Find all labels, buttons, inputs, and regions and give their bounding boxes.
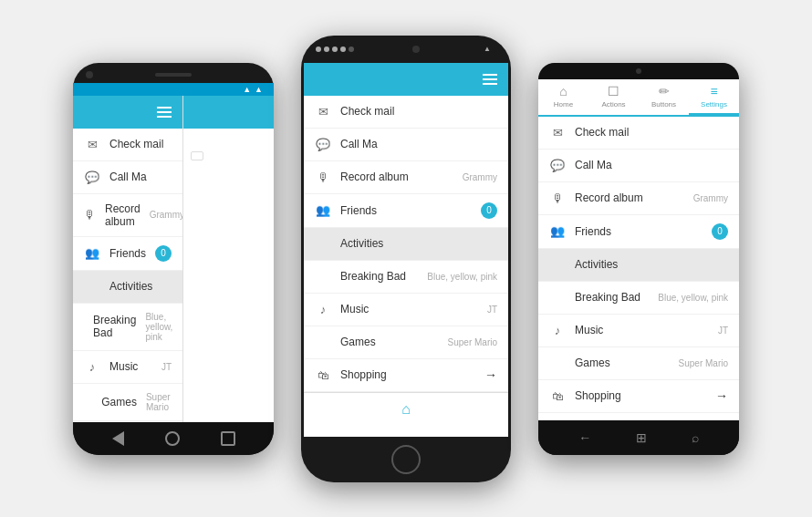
win-nav-label-home: Home — [554, 100, 573, 109]
menu-item-music[interactable]: ♪MusicJT — [304, 294, 508, 326]
item-label-friends: Friends — [340, 204, 472, 217]
menu-item-call-ma[interactable]: 💬Call Ma — [73, 161, 182, 194]
ios-bottom-strip — [301, 437, 511, 482]
item-sub-games: Super Mario — [679, 358, 728, 368]
arrow-shopping: → — [715, 388, 728, 403]
menu-item-breaking-bad[interactable]: Breaking BadBlue, yellow, pink — [304, 261, 508, 294]
menu-item-activities[interactable]: Activities — [538, 249, 739, 282]
win-search-button[interactable]: ⌕ — [692, 430, 699, 445]
item-label-activities: Activities — [340, 237, 497, 250]
menu-item-activities[interactable]: Activities — [304, 228, 508, 261]
item-label-music: Music — [340, 303, 478, 315]
menu-item-music[interactable]: ♪MusicJT — [538, 315, 739, 347]
item-label-games: Games — [575, 357, 670, 369]
bag-icon: 🛍 — [315, 368, 331, 382]
item-label-music: Music — [575, 324, 709, 336]
ios-wifi-icon: ▲ — [484, 45, 491, 53]
ios-screen: ✉Check mail💬Call Ma🎙Record albumGrammy👥F… — [304, 63, 508, 437]
badge-friends: 0 — [712, 223, 728, 240]
mail-icon: ✉ — [84, 138, 100, 151]
win-nav-actions[interactable]: ☐Actions — [588, 79, 639, 115]
menu-item-call-ma[interactable]: 💬Call Ma — [304, 129, 508, 161]
ios-status-right: ▲ — [478, 45, 496, 53]
menu-item-friends[interactable]: 👥Friends0 — [73, 237, 182, 271]
win-nav-settings[interactable]: ≡Settings — [689, 79, 739, 115]
win-nav-home[interactable]: ⌂Home — [538, 79, 588, 115]
menu-item-activities[interactable]: Activities — [73, 271, 182, 304]
menu-item-shopping[interactable]: 🛍Shopping→ — [304, 359, 508, 392]
mic-icon: 🎙 — [84, 208, 96, 222]
item-label-record-album: Record album — [340, 171, 453, 183]
win-nav-buttons[interactable]: ✏Buttons — [639, 79, 689, 115]
mic-icon: 🎙 — [315, 171, 331, 184]
item-label-music: Music — [109, 360, 152, 373]
ios-dot-5 — [349, 47, 354, 52]
item-label-friends: Friends — [109, 247, 146, 260]
menu-item-check-mail[interactable]: ✉Check mail — [538, 117, 739, 150]
music-icon: ♪ — [84, 360, 100, 374]
menu-item-check-mail[interactable]: ✉Check mail — [304, 96, 508, 129]
ios-dot-2 — [324, 47, 329, 52]
item-sub-breaking-bad: Blue, yellow, pink — [658, 293, 728, 303]
android-scroll-button[interactable] — [191, 151, 203, 160]
mail-icon: ✉ — [315, 105, 331, 119]
item-label-call-ma: Call Ma — [340, 138, 497, 150]
win-nav-icon-buttons: ✏ — [659, 84, 670, 98]
chat-icon: 💬 — [549, 159, 566, 172]
ios-home-tab[interactable]: ⌂ — [401, 401, 411, 419]
android-back-button[interactable] — [112, 431, 124, 446]
android-status-bar: ▲ ▲ — [73, 83, 274, 96]
ios-hamburger[interactable] — [483, 74, 497, 85]
android-signal-icon: ▲ — [255, 85, 263, 94]
android-menu-list: ✉Check mail💬Call Ma🎙Record albumGrammy👥F… — [73, 129, 182, 422]
item-label-check-mail: Check mail — [575, 126, 728, 139]
people-icon: 👥 — [549, 224, 566, 238]
music-icon: ♪ — [549, 324, 566, 337]
android-split-view: ✉Check mail💬Call Ma🎙Record albumGrammy👥F… — [73, 96, 274, 422]
win-menu-list: ✉Check mail💬Call Ma🎙Record albumGrammy👥F… — [538, 117, 739, 413]
mic-icon: 🎙 — [549, 191, 566, 205]
menu-item-breaking-bad[interactable]: Breaking BadBlue, yellow, pink — [73, 304, 182, 351]
ios-bottom-tab[interactable]: ⌂ — [304, 392, 508, 429]
android-hamburger[interactable] — [157, 107, 172, 118]
android-menu-header — [73, 96, 182, 129]
win-windows-button[interactable]: ⊞ — [636, 430, 647, 445]
menu-item-check-mail[interactable]: ✉Check mail — [73, 129, 182, 161]
ios-menu-list: ✉Check mail💬Call Ma🎙Record albumGrammy👥F… — [304, 96, 508, 392]
menu-item-breaking-bad[interactable]: Breaking BadBlue, yellow, pink — [538, 282, 739, 315]
menu-item-record-album[interactable]: 🎙Record albumGrammy — [538, 182, 739, 215]
menu-item-record-album[interactable]: 🎙Record albumGrammy — [73, 194, 182, 237]
menu-item-games[interactable]: GamesSuper Mario — [73, 384, 182, 421]
menu-item-friends[interactable]: 👥Friends0 — [304, 194, 508, 228]
ios-home-button[interactable] — [391, 445, 421, 474]
music-icon: ♪ — [315, 303, 331, 316]
menu-item-friends[interactable]: 👥Friends0 — [538, 215, 739, 249]
win-back-button[interactable]: ← — [578, 430, 591, 445]
menu-item-games[interactable]: GamesSuper Mario — [304, 326, 508, 359]
android-left-panel: ✉Check mail💬Call Ma🎙Record albumGrammy👥F… — [73, 96, 183, 422]
item-label-games: Games — [101, 396, 137, 408]
ios-signal-dots — [316, 47, 354, 52]
menu-item-games[interactable]: GamesSuper Mario — [538, 347, 739, 380]
ios-home-icon: ⌂ — [401, 401, 411, 418]
item-label-check-mail: Check mail — [340, 105, 497, 118]
android-home-button[interactable] — [165, 431, 180, 446]
win-top-nav: ⌂Home☐Actions✏Buttons≡Settings — [538, 79, 739, 117]
android-right-panel — [183, 96, 274, 422]
item-label-check-mail: Check mail — [109, 138, 172, 150]
item-label-record-album: Record album — [575, 191, 684, 204]
item-sub-record-album: Grammy — [463, 172, 497, 182]
item-label-shopping: Shopping — [575, 389, 706, 402]
menu-item-shopping[interactable]: 🛍Shopping→ — [538, 380, 739, 413]
item-label-call-ma: Call Ma — [575, 159, 728, 171]
android-right-header — [183, 96, 274, 129]
people-icon: 👥 — [315, 203, 331, 217]
people-icon: 👥 — [84, 246, 100, 260]
item-sub-record-album: Grammy — [693, 193, 728, 203]
item-label-breaking-bad: Breaking Bad — [93, 314, 136, 339]
android-recents-button[interactable] — [221, 431, 235, 446]
menu-item-music[interactable]: ♪MusicJT — [73, 351, 182, 384]
item-label-breaking-bad: Breaking Bad — [340, 270, 418, 283]
menu-item-record-album[interactable]: 🎙Record albumGrammy — [304, 161, 508, 194]
menu-item-call-ma[interactable]: 💬Call Ma — [538, 150, 739, 182]
